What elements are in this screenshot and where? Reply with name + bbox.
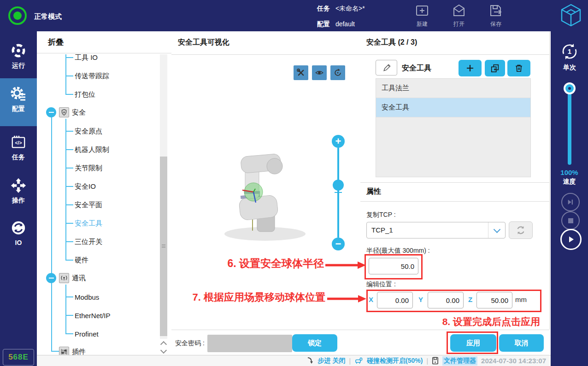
- collision-detection-status[interactable]: 碰撞检测开启(50%): [367, 357, 423, 365]
- sidebar-item-config-label: 配置: [0, 105, 37, 113]
- tool-settings-button[interactable]: [294, 65, 308, 80]
- tool-list-item-safety-tool[interactable]: 安全工具: [376, 98, 530, 117]
- rotate-icon: [333, 68, 342, 77]
- add-tool-button[interactable]: [459, 60, 482, 76]
- tree-item-safety[interactable]: 安全: [59, 107, 86, 118]
- cancel-button[interactable]: 取消: [499, 334, 544, 352]
- tree-item-conveyor-tracking[interactable]: 传送带跟踪: [75, 70, 109, 81]
- new-button[interactable]: 新建: [414, 3, 430, 28]
- properties-title: 属性: [366, 187, 381, 197]
- reset-view-button[interactable]: [330, 65, 345, 80]
- tree-scroll-up-button[interactable]: [160, 340, 167, 347]
- sidebar-item-operate-label: 操作: [0, 197, 37, 205]
- tree-item-robot-limits[interactable]: 机器人限制: [75, 144, 109, 155]
- collapse-toggle-safety[interactable]: [46, 107, 56, 117]
- tree-scrollbar-thumb[interactable]: [160, 157, 167, 336]
- annotation-step8: 8. 设置完成后点击应用: [402, 315, 540, 328]
- refresh-tcp-button[interactable]: [509, 221, 533, 239]
- lock-button[interactable]: 锁定: [292, 334, 337, 352]
- annotation-arrow-7: [327, 294, 366, 303]
- sidebar-item-config[interactable]: 配置: [0, 85, 37, 113]
- speed-slider-track[interactable]: [568, 88, 571, 165]
- tree-item-ethernet-ip[interactable]: EtherNet/IP: [75, 310, 111, 321]
- zoom-out-button[interactable]: −: [332, 238, 345, 250]
- visibility-button[interactable]: [312, 65, 327, 80]
- config-value: default: [335, 20, 355, 28]
- tcp-select-value: TCP_1: [371, 226, 393, 234]
- sidebar-item-task-label: 任务: [0, 153, 37, 162]
- step-next-button[interactable]: [561, 193, 580, 211]
- open-button[interactable]: 打开: [451, 3, 467, 28]
- sidebar-item-io-label: IO: [0, 239, 37, 246]
- tree-tick: [65, 315, 73, 316]
- chevron-down-icon: [488, 222, 505, 238]
- tree-connector: [65, 285, 66, 334]
- tree-tick: [65, 296, 73, 297]
- safety-tool-panel-title: 安全工具 (2 / 3): [360, 31, 549, 47]
- tcp-select[interactable]: TCP_1: [366, 222, 506, 238]
- delete-tool-button[interactable]: [507, 60, 530, 76]
- tree-item-safety-tool[interactable]: 安全工具: [75, 218, 102, 229]
- tree-item-joint-limits[interactable]: 关节限制: [75, 163, 102, 174]
- annotation-arrow-6: [325, 261, 366, 270]
- step-mode-status[interactable]: 步进 关闭: [318, 357, 346, 365]
- task-row: 任务 <未命名>*: [317, 5, 365, 13]
- stop-icon: [568, 218, 573, 223]
- tree-tick: [65, 168, 73, 168]
- position-label: 编辑位置 :: [366, 280, 396, 289]
- collapse-toggle-communication[interactable]: [46, 273, 56, 283]
- tree-item-hardware[interactable]: 硬件: [75, 255, 88, 266]
- config-label: 配置: [317, 20, 330, 28]
- stop-button[interactable]: [561, 211, 580, 230]
- tree-connector: [65, 119, 66, 260]
- tree-item-tool-io[interactable]: 工具 IO: [75, 52, 98, 63]
- gear-icon: [10, 85, 27, 102]
- annotation-box-radius: [365, 254, 423, 279]
- rename-button[interactable]: [376, 60, 397, 76]
- tree-item-plugin[interactable]: 插件: [59, 346, 86, 355]
- sidebar-item-task[interactable]: </> 任务: [0, 134, 37, 162]
- tree-item-safety-origin[interactable]: 安全原点: [75, 126, 102, 137]
- save-button[interactable]: 保存: [488, 3, 504, 28]
- safety-password-label: 安全密码 :: [175, 339, 205, 348]
- copy-tool-button[interactable]: [485, 60, 505, 76]
- clock: 2024-07-30 14:23:07: [481, 357, 546, 365]
- zoom-slider-handle[interactable]: [333, 180, 344, 191]
- tree-tick: [65, 94, 73, 95]
- open-file-icon: [451, 3, 467, 18]
- annotation-step6: 6. 设置安全球体半径: [194, 256, 324, 271]
- checksum-badge-first: 5: [8, 353, 13, 362]
- tree-item-communication[interactable]: 通讯: [59, 273, 86, 284]
- sidebar-item-run[interactable]: 运行: [0, 43, 37, 70]
- tree-tick: [65, 76, 73, 76]
- cycle-mode-button[interactable]: 1 单次: [559, 41, 580, 72]
- tree-item-safety-io[interactable]: 安全IO: [75, 181, 96, 192]
- tree-item-profinet[interactable]: Profinet: [75, 328, 99, 339]
- collapse-header[interactable]: 折叠: [37, 31, 171, 47]
- list-title: 安全工具: [402, 64, 431, 73]
- single-cycle-icon: 1: [559, 41, 580, 62]
- sidebar-item-operate[interactable]: 操作: [0, 178, 37, 205]
- speed-label: 速度: [551, 178, 588, 186]
- mode-label: 正常模式: [34, 12, 62, 21]
- tree-tick: [65, 204, 73, 205]
- sidebar-item-io[interactable]: IO: [0, 220, 37, 246]
- speed-slider-handle[interactable]: [564, 82, 576, 94]
- tool-list-item-flange[interactable]: 工具法兰: [376, 79, 530, 98]
- robot-3d-view[interactable]: [207, 149, 336, 250]
- safety-password-input[interactable]: [207, 335, 292, 352]
- play-button[interactable]: [560, 229, 582, 250]
- tree-item-three-position-switch[interactable]: 三位开关: [75, 236, 102, 247]
- file-manager-link[interactable]: 文件管理器: [442, 356, 477, 366]
- tree-item-safety-plane[interactable]: 安全平面: [75, 199, 102, 210]
- tree-scroll-down-button[interactable]: [160, 347, 167, 354]
- zoom-in-button[interactable]: +: [332, 135, 345, 148]
- tree-item-modbus[interactable]: Modbus: [75, 291, 99, 302]
- tree-item-packing-position[interactable]: 打包位: [75, 89, 95, 100]
- config-tree-panel: 折叠 工具 IO 传送带跟踪 打包位 安全: [37, 31, 172, 355]
- play-icon: [567, 235, 575, 244]
- annotation-step7: 7. 根据应用场景移动球体位置: [169, 290, 325, 304]
- tree-tick: [65, 57, 73, 58]
- right-sidebar: 1 单次 100% 速度: [551, 31, 588, 366]
- save-icon: [488, 3, 504, 18]
